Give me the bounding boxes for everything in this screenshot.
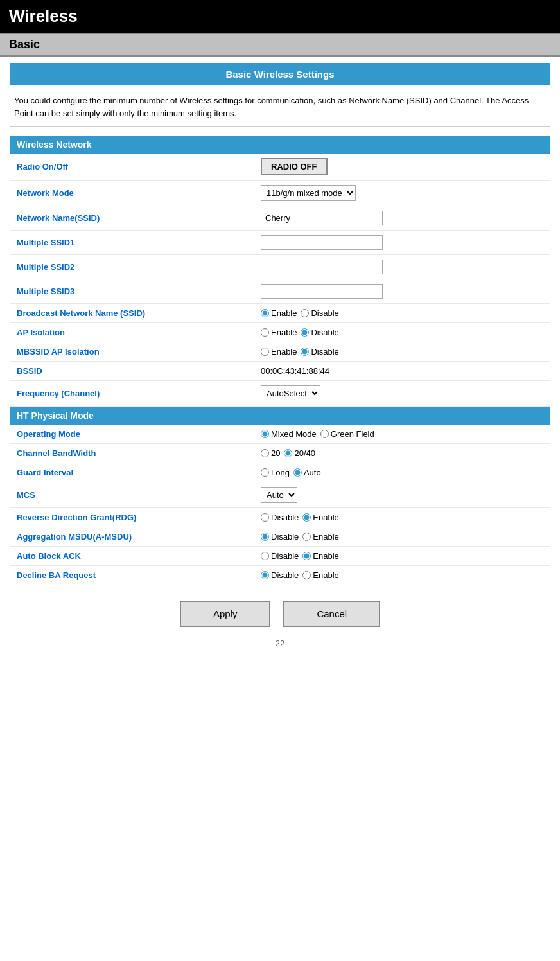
field-value-ap-isolation: Enable Disable [254, 323, 550, 342]
main-content: Basic Wireless Settings You could config… [0, 57, 560, 674]
operating-mode-mixed-radio[interactable] [261, 430, 269, 438]
auto-block-ack-enable-label[interactable]: Enable [302, 551, 338, 561]
amsdu-radio-group: Disable Enable [261, 532, 543, 542]
mbssid-isolation-disable-label[interactable]: Disable [301, 347, 338, 357]
rdg-disable-label[interactable]: Disable [261, 513, 299, 522]
page-title: Wireless [9, 6, 551, 26]
bandwidth-2040-label[interactable]: 20/40 [284, 448, 315, 458]
ap-isolation-disable-radio[interactable] [301, 328, 309, 337]
broadcast-ssid-radio-group: Enable Disable [261, 308, 543, 318]
field-value-mbssid-isolation: Enable Disable [254, 342, 550, 362]
bandwidth-2040-radio[interactable] [284, 449, 292, 457]
guard-interval-auto-radio[interactable] [293, 468, 302, 477]
description-text: You could configure the minimum number o… [10, 85, 550, 127]
field-value-broadcast-ssid: Enable Disable [254, 304, 550, 323]
mbssid-isolation-disable-radio[interactable] [301, 348, 309, 356]
wireless-network-table: Radio On/Off RADIO OFF Network Mode 11b/… [10, 154, 550, 407]
field-label-guard-interval: Guard Interval [10, 463, 254, 482]
ap-isolation-enable-radio[interactable] [261, 328, 269, 337]
table-row: Multiple SSID2 [10, 255, 550, 279]
field-label-mcs: MCS [10, 482, 254, 508]
field-label-broadcast-ssid: Broadcast Network Name (SSID) [10, 304, 254, 323]
table-row: Multiple SSID3 [10, 279, 550, 304]
auto-block-ack-disable-label[interactable]: Disable [261, 551, 299, 561]
decline-ba-enable-label[interactable]: Enable [302, 570, 338, 580]
ht-physical-group-header: HT Physical Mode [10, 407, 550, 425]
field-value-frequency: AutoSelect 123 456 789 1011 [254, 381, 550, 407]
rdg-enable-radio[interactable] [302, 513, 311, 522]
rdg-disable-radio[interactable] [261, 513, 269, 522]
operating-mode-green-label[interactable]: Green Field [320, 429, 374, 439]
field-value-mcs: Auto 012 345 67 [254, 482, 550, 508]
table-row: Guard Interval Long Auto [10, 463, 550, 482]
table-row: Operating Mode Mixed Mode Green Field [10, 425, 550, 444]
operating-mode-green-radio[interactable] [320, 430, 329, 438]
decline-ba-enable-radio[interactable] [302, 571, 311, 579]
field-value-network-mode: 11b/g/n mixed mode 11b only 11g only 11n… [254, 181, 550, 206]
guard-interval-long-label[interactable]: Long [261, 468, 290, 477]
ap-isolation-disable-label[interactable]: Disable [301, 328, 338, 337]
rdg-enable-label[interactable]: Enable [302, 513, 338, 522]
field-value-operating-mode: Mixed Mode Green Field [254, 425, 550, 444]
ap-isolation-radio-group: Enable Disable [261, 328, 543, 337]
table-row: Aggregation MSDU(A-MSDU) Disable Enable [10, 527, 550, 547]
guard-interval-long-radio[interactable] [261, 468, 269, 477]
field-label-ssid2: Multiple SSID2 [10, 255, 254, 279]
table-row: Multiple SSID1 [10, 231, 550, 255]
bandwidth-20-radio[interactable] [261, 449, 269, 457]
apply-button[interactable]: Apply [180, 601, 271, 627]
ht-physical-table: Operating Mode Mixed Mode Green Field Ch… [10, 425, 550, 585]
cancel-button[interactable]: Cancel [283, 601, 380, 627]
section-label: Basic [9, 38, 551, 51]
table-row: Decline BA Request Disable Enable [10, 566, 550, 585]
amsdu-disable-label[interactable]: Disable [261, 532, 299, 542]
decline-ba-disable-label[interactable]: Disable [261, 570, 299, 580]
decline-ba-radio-group: Disable Enable [261, 570, 543, 580]
amsdu-disable-radio[interactable] [261, 533, 269, 541]
field-label-ap-isolation: AP Isolation [10, 323, 254, 342]
wireless-network-group-header: Wireless Network [10, 136, 550, 154]
table-row: AP Isolation Enable Disable [10, 323, 550, 342]
field-label-rdg: Reverse Direction Grant(RDG) [10, 508, 254, 527]
auto-block-ack-enable-radio[interactable] [302, 552, 311, 560]
ssid2-input[interactable] [261, 260, 383, 274]
field-value-guard-interval: Long Auto [254, 463, 550, 482]
bandwidth-20-label[interactable]: 20 [261, 448, 280, 458]
broadcast-ssid-enable-label[interactable]: Enable [261, 308, 297, 318]
action-buttons: Apply Cancel [10, 601, 550, 627]
mcs-select[interactable]: Auto 012 345 67 [261, 487, 297, 503]
ap-isolation-enable-label[interactable]: Enable [261, 328, 297, 337]
table-row: Reverse Direction Grant(RDG) Disable Ena… [10, 508, 550, 527]
table-row: Channel BandWidth 20 20/40 [10, 444, 550, 463]
guard-interval-auto-label[interactable]: Auto [293, 468, 321, 477]
ssid1-input[interactable] [261, 235, 383, 250]
mbssid-isolation-enable-radio[interactable] [261, 348, 269, 356]
ssid3-input[interactable] [261, 284, 383, 299]
frequency-select[interactable]: AutoSelect 123 456 789 1011 [261, 385, 320, 401]
field-label-ssid3: Multiple SSID3 [10, 279, 254, 304]
auto-block-ack-disable-radio[interactable] [261, 552, 269, 560]
auto-block-ack-radio-group: Disable Enable [261, 551, 543, 561]
broadcast-ssid-disable-label[interactable]: Disable [301, 308, 338, 318]
field-label-ssid: Network Name(SSID) [10, 206, 254, 231]
ssid-input[interactable] [261, 211, 383, 225]
rdg-radio-group: Disable Enable [261, 513, 543, 522]
field-label-operating-mode: Operating Mode [10, 425, 254, 444]
mbssid-isolation-enable-label[interactable]: Enable [261, 347, 297, 357]
decline-ba-disable-radio[interactable] [261, 571, 269, 579]
field-label-bssid: BSSID [10, 362, 254, 381]
bssid-value: 00:0C:43:41:88:44 [261, 366, 329, 376]
field-label-decline-ba: Decline BA Request [10, 566, 254, 585]
broadcast-ssid-disable-radio[interactable] [301, 309, 309, 317]
network-mode-select[interactable]: 11b/g/n mixed mode 11b only 11g only 11n… [261, 185, 356, 201]
table-row: Network Mode 11b/g/n mixed mode 11b only… [10, 181, 550, 206]
amsdu-enable-radio[interactable] [302, 533, 311, 541]
card-header: Basic Wireless Settings [10, 63, 550, 85]
broadcast-ssid-enable-radio[interactable] [261, 309, 269, 317]
table-row: MCS Auto 012 345 67 [10, 482, 550, 508]
operating-mode-mixed-label[interactable]: Mixed Mode [261, 429, 317, 439]
field-label-radio-onoff: Radio On/Off [10, 154, 254, 181]
field-value-bssid: 00:0C:43:41:88:44 [254, 362, 550, 381]
amsdu-enable-label[interactable]: Enable [302, 532, 338, 542]
radio-off-button[interactable]: RADIO OFF [261, 158, 328, 175]
